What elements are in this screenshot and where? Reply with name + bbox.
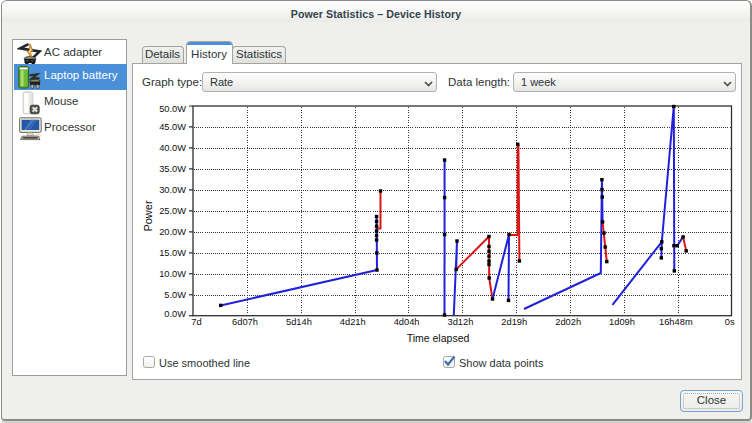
svg-text:5d14h: 5d14h <box>286 317 312 327</box>
svg-text:0s: 0s <box>725 317 735 327</box>
svg-text:4d04h: 4d04h <box>394 317 420 327</box>
svg-text:40.0W: 40.0W <box>159 143 186 153</box>
svg-text:16h48m: 16h48m <box>659 317 693 327</box>
svg-text:7d: 7d <box>191 317 201 327</box>
svg-text:2d19h: 2d19h <box>501 317 527 327</box>
svg-text:45.0W: 45.0W <box>159 122 186 132</box>
svg-text:50.0W: 50.0W <box>159 104 186 114</box>
svg-text:Time elapsed: Time elapsed <box>407 332 470 344</box>
svg-text:25.0W: 25.0W <box>159 206 186 216</box>
svg-text:0.0W: 0.0W <box>164 309 186 319</box>
svg-text:35.0W: 35.0W <box>159 164 186 174</box>
svg-text:30.0W: 30.0W <box>159 185 186 195</box>
svg-text:10.0W: 10.0W <box>159 269 186 279</box>
svg-text:1d09h: 1d09h <box>609 317 635 327</box>
svg-text:5.0W: 5.0W <box>164 290 186 300</box>
svg-text:Power: Power <box>142 200 154 232</box>
svg-text:6d07h: 6d07h <box>232 317 258 327</box>
svg-text:2d02h: 2d02h <box>555 317 581 327</box>
svg-text:4d21h: 4d21h <box>340 317 366 327</box>
svg-text:15.0W: 15.0W <box>159 248 186 258</box>
svg-text:20.0W: 20.0W <box>159 227 186 237</box>
svg-text:3d12h: 3d12h <box>448 317 474 327</box>
